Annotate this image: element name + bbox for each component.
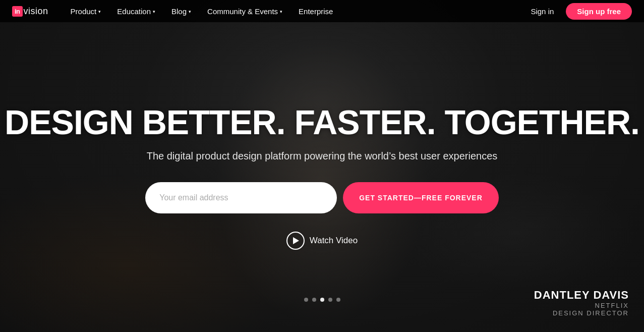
carousel-dot[interactable] bbox=[312, 298, 316, 302]
email-input[interactable] bbox=[145, 182, 337, 213]
chevron-down-icon: ▾ bbox=[280, 9, 282, 14]
play-icon bbox=[286, 232, 305, 250]
attribution-name: DANTLEY DAVIS bbox=[534, 289, 629, 302]
watch-video-button[interactable]: Watch Video bbox=[5, 232, 639, 250]
chevron-down-icon: ▾ bbox=[189, 9, 191, 14]
carousel-dot[interactable] bbox=[328, 298, 332, 302]
nav-right: Sign in Sign up free bbox=[526, 3, 632, 20]
carousel-dot[interactable] bbox=[336, 298, 340, 302]
nav-item-enterprise[interactable]: Enterprise bbox=[290, 0, 341, 22]
navigation: in vision Product ▾ Education ▾ Blog ▾ C… bbox=[0, 0, 644, 22]
nav-links: Product ▾ Education ▾ Blog ▾ Community &… bbox=[63, 0, 527, 22]
cta-row: GET STARTED—FREE FOREVER bbox=[5, 182, 639, 213]
hero-title: DESIGN BETTER. FASTER. TOGETHER. bbox=[5, 104, 639, 140]
hero-section: in vision Product ▾ Education ▾ Blog ▾ C… bbox=[0, 0, 644, 332]
nav-item-blog[interactable]: Blog ▾ bbox=[163, 0, 199, 22]
hero-subtitle: The digital product design platform powe… bbox=[5, 150, 639, 162]
attribution-role: DESIGN DIRECTOR bbox=[534, 309, 629, 317]
carousel-dots bbox=[304, 298, 340, 302]
nav-item-product[interactable]: Product ▾ bbox=[63, 0, 109, 22]
attribution-company: NETFLIX bbox=[534, 302, 629, 309]
carousel-dot[interactable] bbox=[304, 298, 308, 302]
carousel-dot-active[interactable] bbox=[320, 298, 324, 302]
attribution: DANTLEY DAVIS NETFLIX DESIGN DIRECTOR bbox=[534, 289, 629, 317]
logo-in: in bbox=[12, 6, 23, 17]
sign-up-button[interactable]: Sign up free bbox=[566, 3, 632, 20]
play-triangle bbox=[293, 237, 299, 244]
chevron-down-icon: ▾ bbox=[98, 9, 101, 14]
watch-video-label: Watch Video bbox=[310, 236, 358, 246]
logo-vision: vision bbox=[24, 6, 48, 17]
logo[interactable]: in vision bbox=[12, 6, 48, 17]
hero-content: DESIGN BETTER. FASTER. TOGETHER. The dig… bbox=[5, 82, 639, 250]
chevron-down-icon: ▾ bbox=[153, 9, 155, 14]
nav-item-education[interactable]: Education ▾ bbox=[109, 0, 163, 22]
sign-in-link[interactable]: Sign in bbox=[526, 7, 558, 16]
nav-item-community[interactable]: Community & Events ▾ bbox=[199, 0, 290, 22]
get-started-button[interactable]: GET STARTED—FREE FOREVER bbox=[343, 182, 499, 213]
